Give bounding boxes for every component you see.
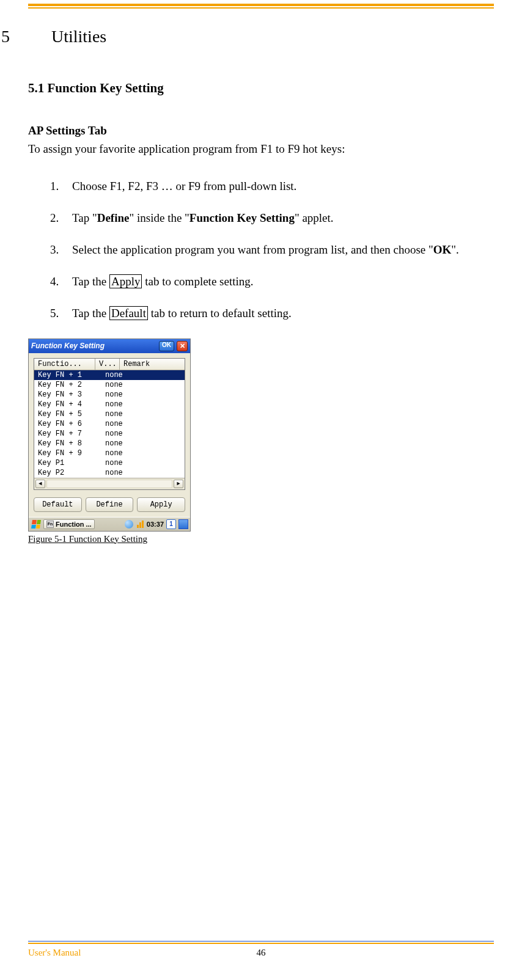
- footer-rule-accent: [28, 943, 494, 944]
- step-5: 5. Tap the Default tab to return to defa…: [50, 307, 494, 320]
- list-item[interactable]: Key FN + 9none: [34, 448, 185, 458]
- subsection-heading: 5.1 Function Key Setting: [28, 81, 494, 96]
- cell-key: Key FN + 4: [38, 400, 105, 409]
- scroll-track[interactable]: [46, 480, 172, 488]
- cell-key: Key P1: [38, 458, 105, 468]
- step-text: Tap the Apply tab to complete setting.: [72, 275, 253, 288]
- fn-icon: Fn: [46, 521, 54, 528]
- step-text: Tap "Define" inside the "Function Key Se…: [72, 211, 334, 225]
- step-text: Choose F1, F2, F3 … or F9 from pull-down…: [72, 180, 296, 193]
- step-1: 1. Choose F1, F2, F3 … or F9 from pull-d…: [50, 180, 494, 193]
- list-item[interactable]: Key P1none: [34, 458, 185, 468]
- list-item[interactable]: Key FN + 7none: [34, 429, 185, 439]
- step-number: 2.: [50, 211, 72, 225]
- list-item[interactable]: Key FN + 3none: [34, 390, 185, 400]
- list-item[interactable]: Key FN + 2none: [34, 380, 185, 390]
- bold-text: OK: [433, 243, 452, 256]
- cell-key: Key FN + 1: [38, 370, 105, 380]
- cell-remark: none: [105, 419, 181, 429]
- function-key-setting-window: Function Key Setting OK ✕ Functio... V..…: [28, 338, 191, 532]
- ap-settings-intro: To assign your favorite application prog…: [28, 141, 494, 158]
- define-button[interactable]: Define: [86, 497, 134, 512]
- default-button[interactable]: Default: [34, 497, 82, 512]
- list-item[interactable]: Key P2none: [34, 468, 185, 478]
- page-number: 46: [257, 948, 266, 958]
- text: tab to complete setting.: [142, 275, 253, 288]
- close-icon[interactable]: ✕: [177, 341, 188, 351]
- text: tab to return to default setting.: [148, 307, 292, 320]
- window-titlebar[interactable]: Function Key Setting OK ✕: [29, 339, 190, 353]
- chapter-number: 5: [1, 27, 51, 46]
- col-function[interactable]: Functio...: [34, 359, 95, 370]
- clock[interactable]: 03:37: [147, 521, 164, 528]
- windows-flag-icon: [31, 520, 41, 528]
- cell-remark: none: [105, 409, 181, 419]
- text: " inside the ": [129, 211, 189, 224]
- scroll-left-icon[interactable]: ◄: [35, 480, 45, 488]
- cell-key: Key FN + 2: [38, 380, 105, 390]
- cell-key: Key P2: [38, 468, 105, 478]
- function-key-list[interactable]: Functio... V... Remark Key FN + 1noneKey…: [34, 358, 185, 490]
- col-value[interactable]: V...: [95, 359, 120, 370]
- network-icon[interactable]: [125, 520, 133, 528]
- step-text: Tap the Default tab to return to default…: [72, 307, 292, 320]
- figure-caption: Figure 5-1 Function Key Setting: [28, 534, 494, 544]
- cell-key: Key FN + 9: [38, 448, 105, 458]
- list-item[interactable]: Key FN + 1none: [34, 370, 185, 380]
- cell-remark: none: [105, 400, 181, 409]
- window-title-text: Function Key Setting: [31, 342, 105, 350]
- step-number: 1.: [50, 180, 72, 193]
- start-button-icon[interactable]: [31, 519, 42, 530]
- ap-settings-heading: AP Settings Tab: [28, 124, 494, 137]
- text: " applet.: [295, 211, 334, 224]
- step-text: Select the application program you want …: [72, 243, 459, 257]
- boxed-label-apply: Apply: [109, 274, 142, 288]
- cell-key: Key FN + 8: [38, 439, 105, 448]
- signal-icon[interactable]: [136, 520, 144, 528]
- list-item[interactable]: Key FN + 6none: [34, 419, 185, 429]
- cell-remark: none: [105, 468, 181, 478]
- taskbar[interactable]: Fn Function ... 03:37 1: [29, 517, 190, 531]
- bold-text: Define: [97, 211, 130, 224]
- scroll-right-icon[interactable]: ►: [174, 480, 183, 488]
- cell-remark: none: [105, 439, 181, 448]
- keyboard-indicator-icon[interactable]: 1: [166, 519, 176, 529]
- boxed-label-default: Default: [109, 306, 148, 320]
- cell-remark: none: [105, 370, 181, 380]
- list-item[interactable]: Key FN + 4none: [34, 400, 185, 409]
- col-remark[interactable]: Remark: [120, 359, 185, 370]
- list-header-row[interactable]: Functio... V... Remark: [34, 359, 185, 370]
- step-number: 4.: [50, 275, 72, 288]
- cell-remark: none: [105, 448, 181, 458]
- cell-remark: none: [105, 458, 181, 468]
- taskbar-task-button[interactable]: Fn Function ...: [43, 519, 95, 529]
- top-rule: [28, 4, 494, 6]
- cell-remark: none: [105, 429, 181, 439]
- apply-button[interactable]: Apply: [137, 497, 185, 512]
- list-item[interactable]: Key FN + 8none: [34, 439, 185, 448]
- footer-manual-label: User's Manual: [28, 948, 81, 958]
- text: Tap the: [72, 275, 109, 288]
- footer-rule: [28, 941, 494, 942]
- cell-remark: none: [105, 380, 181, 390]
- task-label: Function ...: [56, 521, 92, 528]
- text: Tap the: [72, 307, 109, 320]
- horizontal-scrollbar[interactable]: ◄ ►: [34, 478, 185, 489]
- cell-key: Key FN + 5: [38, 409, 105, 419]
- show-desktop-icon[interactable]: [178, 519, 188, 529]
- step-3: 3. Select the application program you wa…: [50, 243, 494, 257]
- step-number: 3.: [50, 243, 72, 257]
- step-2: 2. Tap "Define" inside the "Function Key…: [50, 211, 494, 225]
- bold-text: Function Key Setting: [189, 211, 295, 224]
- text: Select the application program you want …: [72, 243, 433, 256]
- cell-key: Key FN + 7: [38, 429, 105, 439]
- chapter-title: Utilities: [51, 27, 106, 46]
- list-item[interactable]: Key FN + 5none: [34, 409, 185, 419]
- text: ".: [451, 243, 459, 256]
- text: Tap ": [72, 211, 97, 224]
- ok-button[interactable]: OK: [159, 341, 174, 351]
- cell-key: Key FN + 6: [38, 419, 105, 429]
- step-4: 4. Tap the Apply tab to complete setting…: [50, 275, 494, 288]
- step-number: 5.: [50, 307, 72, 320]
- cell-remark: none: [105, 390, 181, 400]
